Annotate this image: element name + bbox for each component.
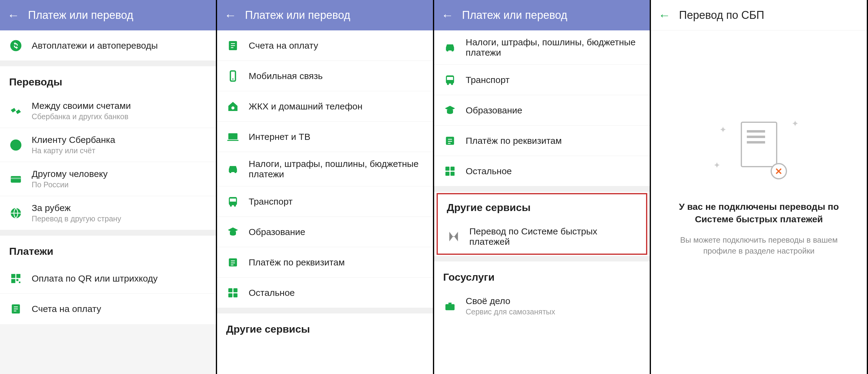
hands-icon xyxy=(9,104,23,118)
item-label: Счета на оплату xyxy=(249,40,424,51)
briefcase-icon xyxy=(443,300,457,313)
sparkle-icon: ✦ xyxy=(792,118,799,129)
item-label: Образование xyxy=(249,227,424,237)
back-icon[interactable]: ← xyxy=(658,9,671,21)
house-icon xyxy=(226,100,240,113)
item-sub: На карту или счёт xyxy=(32,146,207,155)
svg-rect-16 xyxy=(227,140,238,141)
grad-icon xyxy=(226,225,240,239)
svg-rect-36 xyxy=(450,167,454,171)
svg-rect-20 xyxy=(230,199,236,202)
car-icon xyxy=(443,41,457,54)
invoice-icon xyxy=(226,39,240,52)
list-item-invoices[interactable]: Счета на оплату xyxy=(0,294,216,324)
svg-rect-6 xyxy=(17,274,21,278)
pane-4-sbp-empty: ← Перевод по СБП ✦ ✦ ✦ ✕ У вас не подклю… xyxy=(651,0,868,374)
svg-point-33 xyxy=(451,83,453,85)
item-label: Транспорт xyxy=(249,197,424,207)
refresh-icon xyxy=(9,39,23,52)
list-item-requisites[interactable]: Платёж по реквизитам xyxy=(434,126,650,156)
svg-point-13 xyxy=(232,78,234,79)
document-icon xyxy=(741,122,777,167)
grad-icon xyxy=(443,104,457,117)
svg-point-29 xyxy=(452,49,454,52)
list-item-other[interactable]: Остальное xyxy=(434,156,650,186)
item-label: Своё дело xyxy=(466,296,641,306)
svg-rect-8 xyxy=(17,279,19,281)
svg-rect-39 xyxy=(445,304,455,310)
appbar: ← Платеж или перевод xyxy=(217,0,433,30)
item-label: Налоги, штрафы, пошлины, бюджетные плате… xyxy=(466,37,641,58)
svg-point-28 xyxy=(446,49,448,52)
svg-rect-15 xyxy=(228,133,238,139)
empty-state: ✦ ✦ ✦ ✕ У вас не подключены переводы по … xyxy=(651,30,867,257)
list-item-utilities[interactable]: ЖКХ и домашний телефон xyxy=(217,91,433,122)
item-label: Образование xyxy=(466,105,641,115)
svg-rect-5 xyxy=(11,274,15,278)
list-item-internet-tv[interactable]: Интернет и ТВ xyxy=(217,122,433,152)
list-item-requisites[interactable]: Платёж по реквизитам xyxy=(217,247,433,278)
section-header-payments: Платежи xyxy=(0,236,216,263)
appbar-title: Платеж или перевод xyxy=(462,9,567,22)
error-badge-icon: ✕ xyxy=(771,163,787,179)
item-label: Другому человеку xyxy=(32,169,207,179)
item-label: Остальное xyxy=(249,287,424,298)
svg-rect-24 xyxy=(228,288,232,292)
pane-3-sbp-highlight: ← Платеж или перевод Налоги, штрафы, пош… xyxy=(434,0,651,374)
list-item-invoices[interactable]: Счета на оплату xyxy=(217,30,433,61)
bus-icon xyxy=(226,195,240,208)
sparkle-icon: ✦ xyxy=(713,160,720,170)
list-item-transport[interactable]: Транспорт xyxy=(434,65,650,95)
back-icon[interactable]: ← xyxy=(441,9,454,21)
section-header-other-services: Другие сервисы xyxy=(217,313,433,341)
appbar: ← Перевод по СБП xyxy=(651,0,867,30)
item-sub: Сбербанка и других банков xyxy=(32,112,207,121)
svg-rect-9 xyxy=(19,281,21,283)
list-item-other-person[interactable]: Другому человеку По России xyxy=(0,162,216,196)
list-item-transport[interactable]: Транспорт xyxy=(217,186,433,217)
bus-icon xyxy=(443,73,457,87)
item-label: Платёж по реквизитам xyxy=(249,257,424,268)
svg-rect-2 xyxy=(11,176,21,183)
list-item-taxes[interactable]: Налоги, штрафы, пошлины, бюджетные плате… xyxy=(217,152,433,186)
item-label: Клиенту Сбербанка xyxy=(32,135,207,145)
list-item-education[interactable]: Образование xyxy=(217,217,433,247)
list-item-mobile[interactable]: Мобильная связь xyxy=(217,61,433,91)
svg-rect-26 xyxy=(228,293,232,297)
back-icon[interactable]: ← xyxy=(7,9,20,21)
svg-point-14 xyxy=(231,106,235,109)
laptop-icon xyxy=(226,130,240,143)
list-item-between-accounts[interactable]: Между своими счетами Сбербанка и других … xyxy=(0,94,216,128)
svg-point-0 xyxy=(10,40,22,51)
list-item-other[interactable]: Остальное xyxy=(217,278,433,308)
item-label: Оплата по QR или штрихкоду xyxy=(32,273,207,284)
svg-rect-37 xyxy=(445,171,450,175)
list-item-abroad[interactable]: За рубеж Перевод в другую страну xyxy=(0,196,216,230)
appbar: ← Платеж или перевод xyxy=(434,0,650,30)
item-label: Интернет и ТВ xyxy=(249,132,424,142)
appbar-title: Перевод по СБП xyxy=(679,9,764,22)
svg-point-18 xyxy=(235,171,237,173)
item-label: Мобильная связь xyxy=(249,71,424,81)
list-item-education[interactable]: Образование xyxy=(434,95,650,126)
item-label: За рубеж xyxy=(32,203,207,213)
svg-rect-27 xyxy=(233,293,237,297)
back-icon[interactable]: ← xyxy=(224,9,237,21)
list-item-qr-pay[interactable]: Оплата по QR или штрихкоду xyxy=(0,263,216,294)
sparkle-icon: ✦ xyxy=(719,125,726,135)
list-item-autopay[interactable]: Автоплатежи и автопереводы xyxy=(0,30,216,61)
list-item-own-business[interactable]: Своё дело Сервис для самозанятых xyxy=(434,289,650,323)
item-label: Между своими счетами xyxy=(32,101,207,111)
item-label: Транспорт xyxy=(466,75,641,85)
card-icon xyxy=(9,172,23,186)
phone-icon xyxy=(226,69,240,83)
invoice-icon xyxy=(9,302,23,316)
svg-rect-25 xyxy=(233,288,237,292)
highlight-sbp: Другие сервисы Перевод по Системе быстры… xyxy=(437,193,648,255)
item-label: Счета на оплату xyxy=(32,304,207,314)
svg-point-22 xyxy=(234,205,236,207)
list-item-taxes[interactable]: Налоги, штрафы, пошлины, бюджетные плате… xyxy=(434,30,650,65)
list-item-sbp-transfer[interactable]: Перевод по Системе быстрых платежей xyxy=(438,219,646,253)
globe-icon xyxy=(9,206,23,220)
list-item-sber-client[interactable]: Клиенту Сбербанка На карту или счёт xyxy=(0,128,216,162)
